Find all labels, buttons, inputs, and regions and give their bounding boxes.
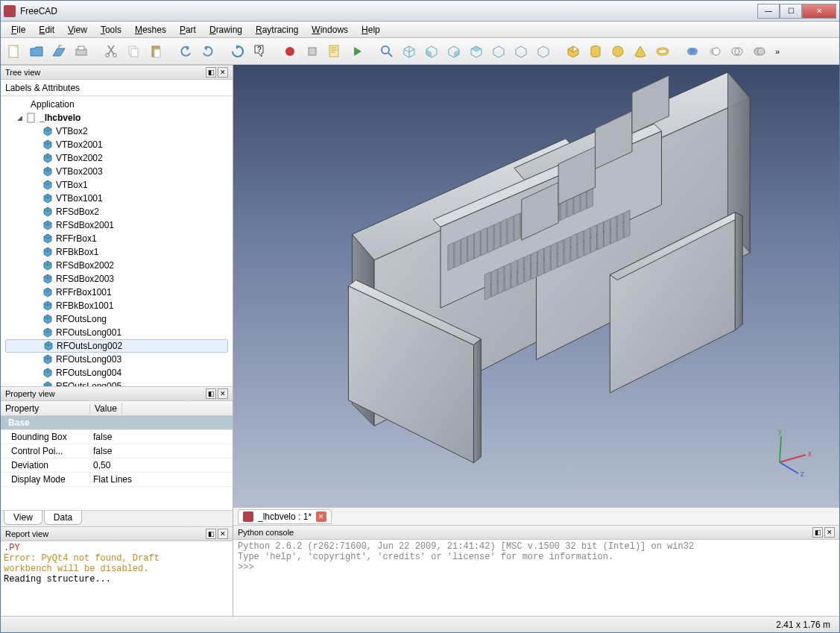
view-iso-button[interactable] (399, 41, 420, 62)
document-tab-close-button[interactable]: ✕ (316, 511, 326, 522)
macro-stop-button[interactable] (302, 41, 323, 62)
tree-body[interactable]: Application ◢ _lhcbvelo VTBox2 VTBox2001… (1, 96, 233, 386)
macro-play-button[interactable] (347, 41, 367, 62)
console-panel-undock-button[interactable]: ◧ (812, 527, 823, 538)
report-panel-close-button[interactable]: ✕ (218, 529, 228, 539)
console-panel-close-button[interactable]: ✕ (824, 527, 835, 538)
property-value[interactable]: 0,50 (90, 460, 110, 470)
macro-edit-button[interactable] (324, 41, 345, 62)
toolbar-more-button[interactable]: » (771, 41, 783, 62)
tree-item-VTBox2002[interactable]: VTBox2002 (1, 151, 233, 165)
property-tab-view[interactable]: View (4, 511, 42, 525)
tree-item-RFOutsLong005[interactable]: RFOutsLong005 (1, 380, 233, 386)
tree-item-RFSdBox2[interactable]: RFSdBox2 (1, 205, 233, 218)
undo-button[interactable] (175, 41, 196, 62)
svg-marker-83 (617, 213, 623, 242)
prim-torus-button[interactable] (652, 41, 673, 62)
property-value[interactable]: false (90, 432, 112, 442)
macro-record-button[interactable] (280, 41, 300, 62)
view-left-button[interactable] (511, 41, 531, 62)
view-top-button[interactable] (466, 41, 487, 62)
property-panel-header: Property view ◧ ✕ (1, 386, 233, 401)
property-row[interactable]: Control Poi... false (1, 444, 233, 459)
view-rear-button[interactable] (488, 41, 509, 62)
document-tab[interactable]: _lhcbvelo : 1* ✕ (238, 509, 332, 524)
menu-help[interactable]: Help (356, 23, 386, 37)
minimize-button[interactable]: — (757, 4, 780, 19)
zoom-fit-button[interactable] (376, 41, 397, 62)
tree-item-label: VTBox2002 (56, 153, 103, 163)
menu-drawing[interactable]: Drawing (203, 23, 248, 37)
prim-sphere-button[interactable] (607, 41, 628, 62)
console-body[interactable]: Python 2.6.2 (r262:71600, Jun 22 2009, 2… (233, 540, 839, 616)
copy-button[interactable] (123, 41, 144, 62)
tree-item-RFOutsLong[interactable]: RFOutsLong (1, 312, 233, 326)
tree-item-RFOutsLong004[interactable]: RFOutsLong004 (1, 366, 233, 380)
tree-item-VTBox2003[interactable]: VTBox2003 (1, 165, 233, 178)
tree-item-VTBox1001[interactable]: VTBox1001 (1, 192, 233, 205)
tree-item-RFFrBox1001[interactable]: RFFrBox1001 (1, 286, 233, 299)
property-row[interactable]: Deviation 0,50 (1, 459, 233, 473)
menu-edit[interactable]: Edit (33, 23, 60, 37)
property-row[interactable]: Bounding Box false (1, 430, 233, 444)
tree-item-RFSdBox2001[interactable]: RFSdBox2001 (1, 218, 233, 232)
cut-button[interactable] (101, 41, 121, 62)
view-right-button[interactable] (443, 41, 464, 62)
view-bottom-button[interactable] (533, 41, 554, 62)
bool-common-button[interactable] (727, 41, 748, 62)
menu-file[interactable]: File (5, 23, 31, 37)
tree-item-label: RFOutsLong005 (56, 381, 121, 386)
3d-viewport[interactable]: x y z (233, 65, 839, 507)
report-panel-undock-button[interactable]: ◧ (206, 529, 216, 539)
prim-box-button[interactable] (563, 41, 584, 62)
menu-windows[interactable]: Windows (306, 23, 354, 37)
tree-item-RFSdBox2002[interactable]: RFSdBox2002 (1, 259, 233, 272)
tree-item-VTBox1[interactable]: VTBox1 (1, 178, 233, 192)
menu-tools[interactable]: Tools (95, 23, 127, 37)
paste-button[interactable] (145, 41, 166, 62)
property-tab-data[interactable]: Data (44, 511, 82, 525)
tree-item-VTBox2001[interactable]: VTBox2001 (1, 138, 233, 151)
tree-root[interactable]: Application (1, 98, 233, 111)
new-button[interactable] (4, 41, 25, 62)
redo-button[interactable] (198, 41, 218, 62)
tree-item-RFOutsLong001[interactable]: RFOutsLong001 (1, 326, 233, 339)
tree-panel-header: Tree view ◧ ✕ (1, 65, 233, 80)
tree-panel-close-button[interactable]: ✕ (218, 67, 228, 78)
tree-item-RFBkBox1001[interactable]: RFBkBox1001 (1, 299, 233, 312)
tree-item-icon (42, 354, 53, 365)
property-panel-close-button[interactable]: ✕ (218, 388, 228, 399)
property-name: Control Poi... (1, 446, 90, 456)
menu-view[interactable]: View (62, 23, 93, 37)
expander-icon: ◢ (16, 114, 23, 122)
menu-part[interactable]: Part (174, 23, 202, 37)
view-front-button[interactable] (421, 41, 442, 62)
bool-section-button[interactable] (749, 41, 770, 62)
prim-cone-button[interactable] (630, 41, 651, 62)
tree-panel-undock-button[interactable]: ◧ (206, 67, 216, 78)
property-row[interactable]: Display Mode Flat Lines (1, 473, 233, 487)
tree-item-VTBox2[interactable]: VTBox2 (1, 125, 233, 138)
save-button[interactable] (48, 41, 69, 62)
print-button[interactable] (71, 41, 92, 62)
prim-cylinder-button[interactable] (585, 41, 606, 62)
tree-item-RFBkBox1[interactable]: RFBkBox1 (1, 245, 233, 259)
menu-raytracing[interactable]: Raytracing (250, 23, 304, 37)
menu-meshes[interactable]: Meshes (129, 23, 172, 37)
tree-item-RFOutsLong002[interactable]: RFOutsLong002 (5, 339, 228, 353)
tree-doc[interactable]: ◢ _lhcbvelo (1, 111, 233, 125)
maximize-button[interactable]: ☐ (780, 4, 802, 19)
report-body[interactable]: .PYError: PyQt4 not found, Draftworkbenc… (1, 541, 233, 616)
tree-item-RFOutsLong003[interactable]: RFOutsLong003 (1, 353, 233, 366)
whatsthis-button[interactable]: ? (250, 41, 271, 62)
open-button[interactable] (26, 41, 47, 62)
bool-fuse-button[interactable] (682, 41, 703, 62)
tree-item-RFSdBox2003[interactable]: RFSdBox2003 (1, 272, 233, 286)
property-value[interactable]: false (90, 446, 112, 456)
bool-cut-button[interactable] (704, 41, 725, 62)
close-button[interactable]: ✕ (802, 4, 836, 19)
refresh-button[interactable] (227, 41, 248, 62)
property-panel-undock-button[interactable]: ◧ (206, 388, 216, 399)
tree-item-RFFrBox1[interactable]: RFFrBox1 (1, 232, 233, 245)
property-value[interactable]: Flat Lines (90, 474, 132, 485)
